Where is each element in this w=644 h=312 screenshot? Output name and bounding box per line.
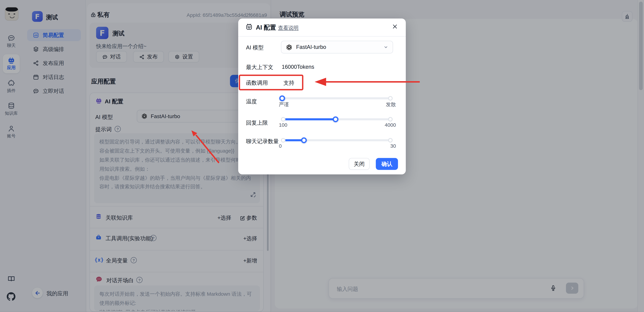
app-window: 聊天 应用 插件 [0, 0, 644, 312]
close-button[interactable]: 关闭 [349, 158, 370, 170]
slider-max-label: 4000 [385, 122, 396, 128]
slider-min-label: 100 [279, 122, 287, 128]
max-tokens-slider[interactable] [282, 116, 391, 122]
doc-link[interactable]: 查看说明 [278, 25, 298, 32]
function-call-value: 支持 [283, 79, 294, 87]
slider-handle[interactable] [333, 116, 338, 122]
slider-handle[interactable] [301, 137, 307, 143]
temperature-label: 温度 [246, 98, 257, 105]
confirm-button[interactable]: 确认 [376, 158, 398, 170]
modal-title: AI 配置 [256, 24, 276, 32]
chevron-down-icon [384, 45, 388, 49]
context-label: 最大上下文 [246, 64, 274, 71]
slider-min-label: 严谨 [279, 101, 289, 108]
modal-model-select[interactable]: FastAI-turbo [281, 41, 393, 53]
slider-max-label: 30 [390, 143, 396, 149]
openai-icon [286, 44, 292, 50]
slider-handle[interactable] [279, 95, 285, 101]
max-tokens-label: 回复上限 [246, 119, 268, 127]
function-call-label: 函数调用 [246, 79, 268, 87]
chat-history-slider[interactable] [282, 137, 391, 143]
ai-config-modal: AI 配置 查看说明 AI 模型 FastAI-turbo [238, 19, 406, 174]
close-icon[interactable] [392, 24, 398, 30]
chat-history-label: 聊天记录数量 [246, 138, 279, 145]
temperature-slider[interactable] [282, 95, 391, 101]
slider-max-label: 发散 [386, 101, 396, 108]
slider-min-label: 0 [279, 143, 282, 149]
context-value: 16000Tokens [282, 64, 314, 70]
robot-outline-icon [245, 23, 253, 31]
modal-model-label: AI 模型 [246, 44, 264, 51]
